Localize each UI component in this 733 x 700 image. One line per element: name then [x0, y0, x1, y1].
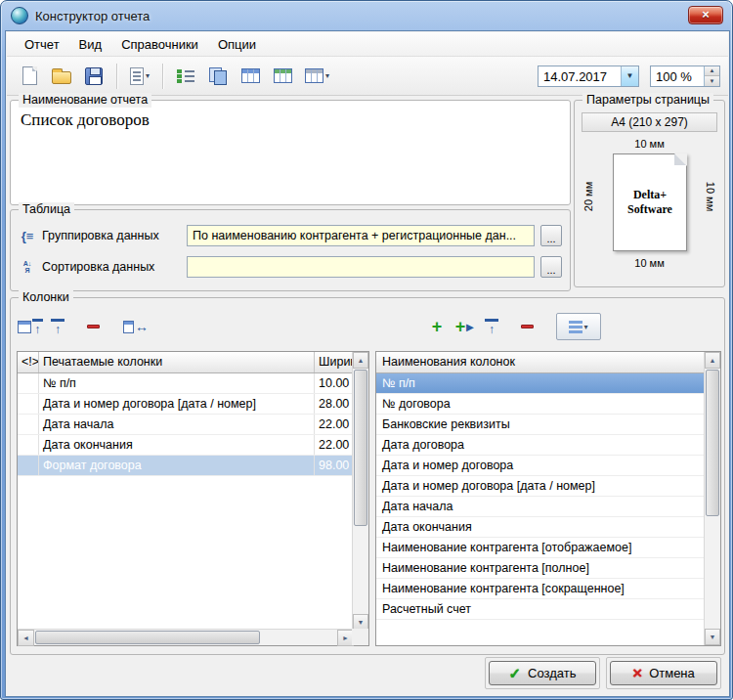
insert-column-button[interactable] [17, 313, 44, 340]
preview-button[interactable]: ▾ [125, 62, 154, 91]
remove-available-column-button[interactable] [513, 313, 540, 340]
available-columns-header[interactable]: Наименования колонок [376, 352, 706, 373]
open-report-button[interactable] [47, 62, 76, 91]
report-date-picker[interactable]: 14.07.2017 ▼ [538, 66, 639, 87]
titlebar[interactable]: Конструктор отчета × [1, 1, 732, 30]
available-column-item[interactable]: Дата договора [376, 435, 706, 456]
available-column-item[interactable]: Дата и номер договора [376, 456, 706, 476]
available-column-item[interactable]: Наименование контрагента [полное] [376, 558, 706, 579]
available-column-item[interactable]: Наименование контрагента [отображаемое] [376, 538, 706, 558]
printed-column-name: № п/п [39, 373, 315, 393]
create-button[interactable]: ✓ Создать [489, 661, 596, 685]
available-column-item[interactable]: Расчетный счет [376, 599, 706, 620]
printed-column-row[interactable]: Дата окончания22.00 [18, 435, 354, 456]
report-name-group-label: Наименование отчета [19, 93, 151, 108]
printed-column-row[interactable]: Дата начала22.00 [18, 415, 354, 435]
cross-icon: × [632, 666, 642, 680]
menu-view[interactable]: Вид [69, 33, 112, 56]
available-column-item[interactable]: № договора [376, 394, 706, 415]
zoom-value: 100 % [651, 66, 704, 86]
create-button-frame: ✓ Создать [485, 657, 600, 689]
close-button[interactable]: × [688, 6, 723, 24]
app-icon [11, 7, 28, 24]
toolbar: ▾ ▾ 14.07.2017 ▼ 100 % ▲ ▼ [7, 57, 728, 96]
columns-group: Колонки ↔ + +▸ ▾ <!> [10, 297, 725, 655]
printed-columns-hscrollbar[interactable]: ◄ ► [18, 629, 354, 645]
printed-column-width: 22.00 [315, 435, 354, 455]
table-green-icon [274, 68, 292, 83]
insert-at-top-button[interactable] [478, 313, 505, 340]
column-visibility-button[interactable]: ▾ [556, 313, 601, 340]
menubar: Отчет Вид Справочники Опции [7, 32, 728, 57]
available-column-item[interactable]: Дата и номер договора [дата / номер] [376, 476, 706, 497]
margin-top-label: 10 мм [575, 138, 724, 150]
printed-columns-header: <!> Печатаемые колонки Ширина [18, 352, 354, 373]
margin-bottom-label: 10 мм [575, 257, 724, 269]
reorder-columns-button[interactable]: ↔ [122, 313, 150, 340]
watermark-line1: Delta+ [633, 188, 667, 202]
numbering-button[interactable] [171, 62, 200, 91]
available-columns-vscrollbar[interactable]: ▲ ▼ [704, 352, 720, 645]
new-document-icon [22, 66, 37, 85]
scroll-thumb[interactable] [354, 370, 367, 526]
scroll-down-button[interactable]: ▼ [705, 629, 720, 645]
report-constructor-window: Конструктор отчета × Отчет Вид Справочни… [0, 0, 733, 700]
name-column-header[interactable]: Печатаемые колонки [39, 352, 315, 372]
row-marker-cell [18, 415, 39, 434]
page-format[interactable]: A4 (210 x 297) [582, 112, 717, 132]
available-column-item[interactable]: Дата начала [376, 497, 706, 517]
printed-column-row[interactable]: № п/п10.00 [18, 373, 354, 394]
sorting-browse-button[interactable]: ... [540, 256, 562, 278]
scroll-up-button[interactable]: ▲ [353, 352, 368, 369]
printed-column-width: 28.00 [315, 394, 354, 414]
available-column-item[interactable]: Наименование контрагента [сокращенное] [376, 579, 706, 599]
available-column-item[interactable]: Банковские реквизиты [376, 415, 706, 435]
scroll-left-button[interactable]: ◄ [18, 630, 34, 646]
sorting-input[interactable] [187, 256, 535, 278]
table-icon [241, 68, 260, 83]
report-date-value: 14.07.2017 [539, 66, 621, 86]
grid-icon [305, 68, 323, 83]
printed-columns-vscrollbar[interactable]: ▲ ▼ [352, 352, 368, 631]
menu-report[interactable]: Отчет [15, 33, 69, 56]
available-column-item[interactable]: Дата окончания [376, 517, 706, 538]
printed-column-width: 22.00 [315, 415, 354, 434]
add-all-columns-button[interactable]: +▸ [451, 313, 478, 340]
add-column-button[interactable]: + [423, 313, 451, 340]
new-report-button[interactable] [15, 62, 44, 91]
arrow-right-icon: ▸ [466, 319, 473, 334]
numbered-list-icon [177, 68, 194, 84]
printed-column-name: Дата и номер договора [дата / номер] [39, 394, 315, 414]
available-columns-list: Наименования колонок № п/п№ договораБанк… [375, 351, 721, 646]
available-column-item[interactable]: № п/п [376, 373, 706, 394]
grouping-input[interactable]: По наименованию контрагента + регистраци… [187, 225, 535, 246]
copy-layout-button[interactable] [203, 62, 233, 91]
save-report-button[interactable] [79, 62, 108, 91]
table-style-button[interactable] [236, 62, 265, 91]
date-dropdown-button[interactable]: ▼ [621, 66, 638, 86]
menu-references[interactable]: Справочники [111, 33, 208, 56]
table-totals-button[interactable] [268, 62, 297, 91]
grouping-browse-button[interactable]: ... [540, 225, 562, 246]
move-column-top-button[interactable] [44, 313, 71, 340]
toolbar-separator [116, 64, 117, 89]
printed-column-row[interactable]: Формат договора98.00 [18, 456, 354, 476]
scrollbar-corner [352, 629, 368, 645]
zoom-down-button[interactable]: ▼ [705, 76, 719, 86]
width-column-header[interactable]: Ширина [315, 352, 354, 372]
grid-options-button[interactable]: ▾ [300, 62, 334, 91]
zoom-control[interactable]: 100 % ▲ ▼ [650, 66, 720, 87]
menu-options[interactable]: Опции [208, 33, 266, 56]
marker-column-header[interactable]: <!> [18, 352, 39, 372]
scroll-thumb[interactable] [35, 631, 260, 644]
scroll-up-button[interactable]: ▲ [705, 352, 720, 369]
zoom-up-button[interactable]: ▲ [705, 66, 719, 77]
chevron-down-icon: ▾ [583, 323, 587, 331]
scroll-thumb[interactable] [706, 370, 719, 516]
watermark-line2: Software [627, 202, 672, 217]
printed-column-row[interactable]: Дата и номер договора [дата / номер]28.0… [18, 394, 354, 415]
cancel-button[interactable]: × Отмена [610, 661, 717, 685]
remove-printed-column-button[interactable] [79, 313, 107, 340]
page-preview[interactable]: Delta+ Software [613, 153, 687, 251]
copy-pages-icon [209, 67, 227, 85]
